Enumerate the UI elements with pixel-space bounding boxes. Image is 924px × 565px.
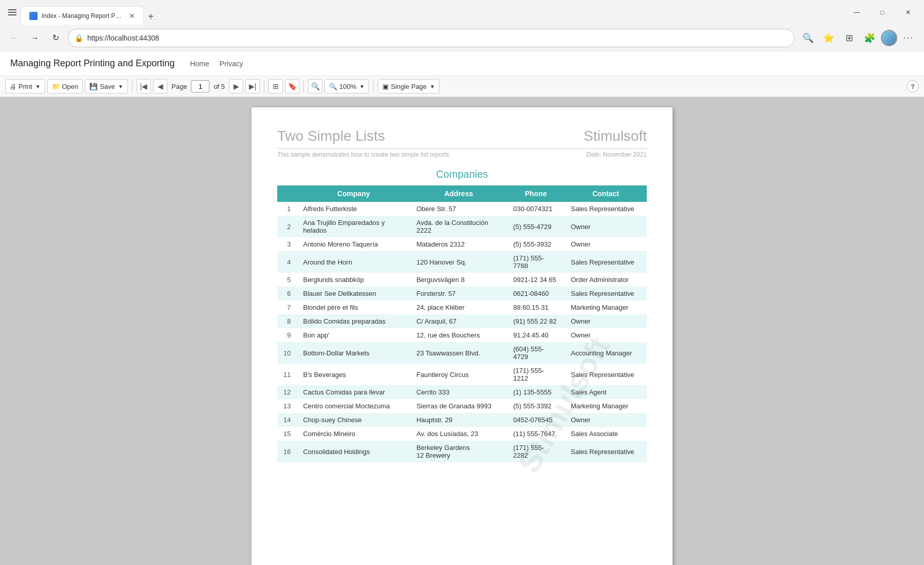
cell-number: 12 — [277, 385, 297, 399]
address-bar-input-wrap[interactable]: 🔒 — [68, 29, 795, 47]
page-number-input[interactable] — [191, 80, 209, 92]
print-button[interactable]: 🖨 Print ▼ — [5, 79, 45, 93]
close-button[interactable]: ✕ — [896, 4, 920, 21]
table-row: 16Consolidated HoldingsBerkeley Gardens … — [277, 441, 647, 462]
cell-contact: Order Administrator — [565, 273, 647, 287]
table-row: 9Bon app'12, rue des Bouchers91.24.45.40… — [277, 328, 647, 342]
table-row: 11B's BeveragesFauntleroy Circus(171) 55… — [277, 364, 647, 385]
search-report-button[interactable]: 🔍 — [308, 79, 322, 93]
cell-contact: Marketing Manager — [565, 300, 647, 314]
cell-number: 14 — [277, 413, 297, 427]
cell-contact: Sales Representative — [565, 441, 647, 462]
table-row: 12Cactus Comidas para llevarCerrito 333(… — [277, 385, 647, 399]
active-tab[interactable]: Index - Managing Report Printin... ✕ — [21, 6, 144, 25]
col-number — [277, 185, 297, 202]
nav-home[interactable]: Home — [190, 60, 209, 68]
browser-window: Index - Managing Report Printin... ✕ + —… — [0, 0, 924, 565]
cell-company: Ana Trujillo Emparedados y helados — [297, 216, 410, 237]
maximize-button[interactable]: □ — [871, 4, 894, 21]
more-options-button[interactable]: ··· — [899, 29, 918, 47]
cell-address: 12, rue des Bouchers — [410, 328, 507, 342]
help-button[interactable]: ? — [907, 80, 919, 92]
cell-phone: (171) 555-1212 — [507, 364, 565, 385]
report-date: Date: November 2021 — [587, 151, 647, 158]
cell-phone: 0921-12 34 65 — [507, 273, 565, 287]
cell-company: B's Beverages — [297, 364, 410, 385]
refresh-button[interactable]: ↻ — [47, 30, 64, 46]
next-page-button[interactable]: ▶ — [229, 79, 243, 93]
report-header: Two Simple Lists Stimulsoft — [277, 128, 647, 149]
address-input[interactable] — [87, 34, 788, 42]
cell-number: 8 — [277, 314, 297, 328]
collections-button[interactable]: ⊞ — [840, 29, 858, 47]
open-button[interactable]: 📁 Open — [47, 79, 83, 93]
table-row: 6Blauer See DelikatessenForsterstr. 5706… — [277, 287, 647, 300]
save-icon: 💾 — [89, 83, 98, 90]
cell-address: 23 Tsawwassen Blvd. — [410, 342, 507, 364]
cell-company: Centro comercial Moctezuma — [297, 399, 410, 413]
companies-section: Companies Company Address Phone Contact … — [277, 168, 647, 462]
cell-phone: 030-0074321 — [507, 202, 565, 216]
bookmark-button[interactable]: 🔖 — [285, 79, 299, 93]
cell-contact: Owner — [565, 413, 647, 427]
site-title: Managing Report Printing and Exporting — [10, 58, 175, 69]
cell-contact: Sales Representative — [565, 251, 647, 273]
cell-phone: (91) 555 22 82 — [507, 314, 565, 328]
back-button[interactable]: ← — [6, 30, 23, 46]
col-phone: Phone — [507, 185, 565, 202]
toggle-view-button[interactable]: ⊞ — [268, 79, 283, 93]
report-subtitle: This sample demonstrates how to create t… — [277, 151, 451, 158]
search-button[interactable]: 🔍 — [799, 29, 817, 47]
view-mode-icon: ▣ — [382, 83, 389, 90]
cell-number: 9 — [277, 328, 297, 342]
cell-company: Blauer See Delikatessen — [297, 287, 410, 300]
cell-address: Av. dos Lusíadas, 23 — [410, 427, 507, 441]
cell-number: 3 — [277, 237, 297, 251]
table-row: 13Centro comercial MoctezumaSierras de G… — [277, 399, 647, 413]
col-contact: Contact — [565, 185, 647, 202]
cell-contact: Sales Representative — [565, 287, 647, 300]
table-row: 3Antonio Moreno TaqueríaMataderos 2312(5… — [277, 237, 647, 251]
minimize-button[interactable]: — — [845, 4, 869, 21]
open-icon: 📁 — [52, 83, 60, 90]
save-button[interactable]: 💾 Save ▼ — [85, 79, 128, 93]
lock-icon: 🔒 — [74, 34, 83, 42]
cell-number: 5 — [277, 273, 297, 287]
cell-phone: (171) 555-7788 — [507, 251, 565, 273]
table-row: 15Comércio MineiroAv. dos Lusíadas, 23(1… — [277, 427, 647, 441]
cell-company: Alfreds Futterkiste — [297, 202, 410, 216]
table-header-row: Company Address Phone Contact — [277, 185, 647, 202]
cell-address: Mataderos 2312 — [410, 237, 507, 251]
last-page-button[interactable]: ▶| — [245, 79, 260, 93]
zoom-button[interactable]: 🔍 100% ▼ — [324, 79, 369, 93]
forward-button[interactable]: → — [27, 30, 43, 46]
cell-address: Obere Str. 57 — [410, 202, 507, 216]
site-navbar: Managing Report Printing and Exporting H… — [0, 51, 924, 76]
extensions-button[interactable]: 🧩 — [860, 29, 879, 47]
report-main-title: Two Simple Lists — [277, 128, 385, 144]
cell-company: Bólido Comidas preparadas — [297, 314, 410, 328]
tab-title: Index - Managing Report Printin... — [42, 12, 123, 20]
save-label: Save — [100, 83, 115, 90]
favorites-button[interactable]: ⭐ — [819, 29, 838, 47]
report-area: Two Simple Lists Stimulsoft This sample … — [0, 97, 924, 565]
view-mode-button[interactable]: ▣ Single Page ▼ — [378, 79, 439, 93]
sidebar-toggle-btn[interactable] — [4, 4, 21, 21]
cell-contact: Owner — [565, 237, 647, 251]
new-tab-button[interactable]: + — [144, 9, 158, 25]
prev-page-button[interactable]: ◀ — [153, 79, 167, 93]
cell-company: Bon app' — [297, 328, 410, 342]
print-icon: 🖨 — [10, 83, 16, 90]
profile-avatar[interactable] — [881, 30, 897, 46]
cell-contact: Sales Representative — [565, 202, 647, 216]
cell-address: Cerrito 333 — [410, 385, 507, 399]
nav-privacy[interactable]: Privacy — [220, 60, 243, 68]
cell-phone: (5) 555-3392 — [507, 399, 565, 413]
cell-contact: Sales Associate — [565, 427, 647, 441]
browser-tools: 🔍 ⭐ ⊞ 🧩 ··· — [799, 29, 918, 47]
cell-company: Bottom-Dollar Markets — [297, 342, 410, 364]
table-row: 5Berglunds snabbköpBerguvsvägen 80921-12… — [277, 273, 647, 287]
tab-close-button[interactable]: ✕ — [129, 12, 135, 20]
cell-number: 2 — [277, 216, 297, 237]
first-page-button[interactable]: |◀ — [137, 79, 151, 93]
